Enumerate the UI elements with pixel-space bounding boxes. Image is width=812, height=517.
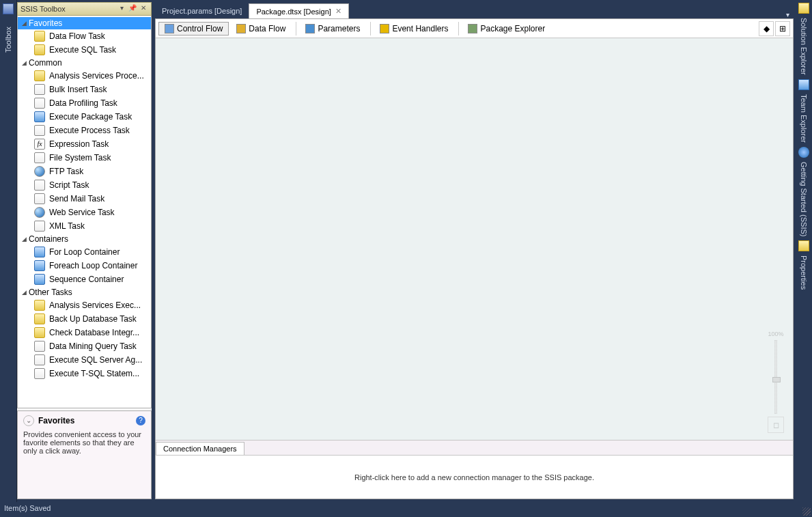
design-toolbar: Control FlowData FlowParametersEvent Han… — [156, 19, 793, 38]
yellow-icon — [34, 44, 45, 55]
yellow-icon — [34, 313, 45, 324]
tab-team-explorer[interactable]: Team Explorer — [800, 93, 808, 144]
close-icon[interactable]: ✕ — [335, 7, 341, 16]
tool-item[interactable]: File System Task — [18, 151, 151, 165]
doc-icon — [34, 84, 45, 95]
doc-icon — [34, 341, 45, 352]
toolbox-header: SSIS Toolbox ▾ 📌 ✕ — [17, 2, 152, 16]
tab-properties[interactable]: Properties — [800, 254, 808, 291]
tool-item[interactable]: FTP Task — [18, 165, 151, 178]
status-bar: Item(s) Saved — [0, 502, 812, 517]
tool-item-label: Back Up Database Task — [49, 314, 137, 324]
tab-getting-started[interactable]: Getting Started (SSIS) — [800, 160, 808, 238]
tool-item[interactable]: XML Task — [18, 219, 151, 233]
left-toolbox-strip: Toolbox — [0, 0, 17, 502]
document-tab[interactable]: Package.dtsx [Design]✕ — [249, 3, 348, 18]
tool-item[interactable]: Check Database Integr... — [18, 326, 151, 339]
tool-item-label: XML Task — [49, 221, 85, 231]
right-side-tabs: Solution Explorer Team Explorer Getting … — [795, 0, 812, 502]
resize-grip-icon[interactable] — [802, 507, 811, 516]
tool-item[interactable]: Sequence Container — [18, 273, 151, 286]
toolbox-tab[interactable]: Toolbox — [4, 18, 12, 53]
connection-managers-body[interactable]: Right-click here to add a new connection… — [156, 456, 793, 499]
variables-button[interactable]: ⊞ — [775, 21, 790, 36]
expand-arrow-icon: ◢ — [22, 20, 29, 27]
tool-item[interactable]: Data Profiling Task — [18, 96, 151, 110]
getting-started-icon[interactable] — [798, 147, 809, 158]
tab-overflow-icon[interactable]: ▾ — [782, 11, 794, 18]
group-favorites[interactable]: ◢Favorites — [18, 17, 151, 29]
globe-icon — [34, 207, 45, 218]
tab-icon — [380, 24, 389, 33]
design-tab-data-flow[interactable]: Data Flow — [230, 22, 292, 36]
design-tab-event-handlers[interactable]: Event Handlers — [374, 22, 454, 36]
separator — [458, 22, 459, 36]
doc-icon — [34, 354, 45, 365]
tool-item[interactable]: Execute SQL Server Ag... — [18, 353, 151, 367]
main-editor-area: Project.params [Design]Package.dtsx [Des… — [155, 2, 794, 499]
zoom-thumb[interactable] — [772, 377, 781, 382]
tool-item[interactable]: Bulk Insert Task — [18, 83, 151, 96]
group-containers[interactable]: ◢Containers — [18, 233, 151, 245]
blue-icon — [34, 111, 45, 122]
expand-arrow-icon: ◢ — [22, 236, 29, 242]
document-tab[interactable]: Project.params [Design] — [155, 3, 249, 18]
doc-icon — [34, 193, 45, 204]
design-tab-parameters[interactable]: Parameters — [299, 22, 366, 36]
fx-icon: fx — [34, 139, 45, 150]
help-icon[interactable]: ? — [136, 416, 145, 425]
group-other-tasks[interactable]: ◢Other Tasks — [18, 286, 151, 298]
expand-arrow-icon: ◢ — [22, 59, 29, 66]
pin-icon[interactable]: 📌 — [128, 4, 137, 14]
chevron-down-icon[interactable]: ⌄ — [23, 415, 34, 426]
desc-text: Provides convenient access to your favor… — [23, 430, 145, 455]
control-flow-canvas[interactable]: 100% ◻ — [156, 38, 793, 441]
tool-item[interactable]: Data Flow Task — [18, 29, 151, 43]
designer: Control FlowData FlowParametersEvent Han… — [155, 18, 794, 499]
group-label: Other Tasks — [29, 288, 72, 297]
design-tab-control-flow[interactable]: Control Flow — [158, 22, 229, 36]
tool-item[interactable]: Execute Package Task — [18, 110, 151, 124]
tool-item-label: Send Mail Task — [49, 194, 104, 204]
zoom-slider[interactable] — [774, 340, 777, 414]
tool-item-label: For Loop Container — [49, 247, 120, 257]
tool-item[interactable]: Execute T-SQL Statem... — [18, 367, 151, 380]
doc-icon — [34, 152, 45, 163]
tool-item[interactable]: Execute Process Task — [18, 124, 151, 137]
fit-to-window-button[interactable]: ◻ — [768, 417, 784, 433]
tool-item-label: Sequence Container — [49, 275, 124, 284]
properties-icon[interactable] — [798, 240, 809, 251]
tool-item[interactable]: Analysis Services Proce... — [18, 69, 151, 83]
tool-item[interactable]: Back Up Database Task — [18, 312, 151, 326]
tool-item[interactable]: Analysis Services Exec... — [18, 298, 151, 312]
team-explorer-icon[interactable] — [798, 79, 809, 90]
dropdown-icon[interactable]: ▾ — [117, 4, 126, 14]
tool-item-label: Bulk Insert Task — [49, 85, 107, 94]
tab-solution-explorer[interactable]: Solution Explorer — [800, 16, 808, 76]
tool-item[interactable]: Script Task — [18, 178, 151, 192]
toolbox-tree[interactable]: ◢FavoritesData Flow TaskExecute SQL Task… — [17, 16, 152, 408]
group-common[interactable]: ◢Common — [18, 57, 151, 69]
parameterize-button[interactable]: ◆ — [759, 21, 774, 36]
tool-item[interactable]: fxExpression Task — [18, 137, 151, 151]
tool-item[interactable]: Web Service Task — [18, 206, 151, 219]
tab-label: Control Flow — [177, 24, 223, 33]
close-icon[interactable]: ✕ — [139, 4, 148, 14]
tool-item[interactable]: Execute SQL Task — [18, 43, 151, 57]
connection-managers-tab[interactable]: Connection Managers — [156, 442, 244, 455]
blue-icon — [34, 274, 45, 285]
yellow-icon — [34, 327, 45, 338]
solution-explorer-icon[interactable] — [798, 3, 809, 14]
tool-item[interactable]: For Loop Container — [18, 245, 151, 259]
tool-item-label: Execute SQL Task — [49, 45, 116, 55]
tool-item[interactable]: Foreach Loop Container — [18, 259, 151, 273]
tool-item-label: Data Profiling Task — [49, 98, 117, 108]
tab-label: Project.params [Design] — [162, 7, 242, 15]
toolbox-description-pane: ⌄ Favorites ? Provides convenient access… — [17, 410, 152, 499]
zoom-label: 100% — [768, 331, 783, 337]
tool-item[interactable]: Data Mining Query Task — [18, 339, 151, 353]
toolbox-icon[interactable] — [3, 3, 14, 14]
tool-item[interactable]: Send Mail Task — [18, 192, 151, 206]
design-tab-package-explorer[interactable]: Package Explorer — [462, 22, 551, 36]
doc-icon — [34, 368, 45, 379]
